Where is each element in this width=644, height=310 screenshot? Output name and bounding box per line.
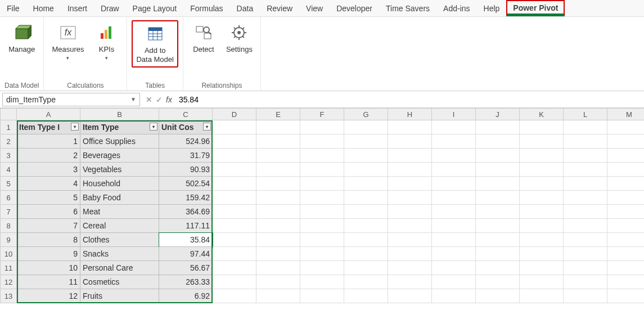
name-box[interactable]: dim_ItemType ▼ [2,93,140,106]
cell-K12[interactable] [520,275,564,289]
cell-M9[interactable] [607,233,644,247]
cell-L8[interactable] [564,219,607,233]
cell-J2[interactable] [476,134,520,149]
cell-D1[interactable] [213,120,256,134]
cell-I10[interactable] [432,247,476,261]
cell-C12[interactable]: 263.33 [159,275,213,289]
filter-dropdown-icon[interactable]: ▾ [203,123,211,131]
column-header-D[interactable]: D [213,108,256,120]
cell-K3[interactable] [520,149,564,163]
cell-K9[interactable] [520,233,564,247]
column-header-M[interactable]: M [607,108,644,120]
cell-G12[interactable] [344,275,388,289]
cell-D9[interactable] [213,233,256,247]
formula-input[interactable] [175,93,644,106]
column-header-L[interactable]: L [564,108,607,120]
row-header-10[interactable]: 10 [0,247,17,261]
cell-B10[interactable]: Snacks [80,247,159,261]
cell-A7[interactable]: 6 [17,205,80,219]
cell-G1[interactable] [344,120,388,134]
cell-H13[interactable] [388,289,432,303]
menu-help[interactable]: Help [477,0,507,16]
cell-J13[interactable] [476,289,520,303]
cell-K6[interactable] [520,191,564,205]
cell-G3[interactable] [344,149,388,163]
chevron-down-icon[interactable]: ▼ [130,96,136,102]
row-header-6[interactable]: 6 [0,191,17,205]
cell-I12[interactable] [432,275,476,289]
cell-A9[interactable]: 8 [17,233,80,247]
cell-C2[interactable]: 524.96 [159,134,213,149]
cell-A3[interactable]: 2 [17,149,80,163]
cell-L1[interactable] [564,120,607,134]
cell-J3[interactable] [476,149,520,163]
cell-A6[interactable]: 5 [17,191,80,205]
cell-B4[interactable]: Vegetables [80,163,159,177]
cell-C10[interactable]: 97.44 [159,247,213,261]
cell-A13[interactable]: 12 [17,289,80,303]
cell-E9[interactable] [256,233,300,247]
cell-G2[interactable] [344,134,388,149]
cell-J4[interactable] [476,163,520,177]
cell-A2[interactable]: 1 [17,134,80,149]
cell-G6[interactable] [344,191,388,205]
cell-M12[interactable] [607,275,644,289]
cancel-icon[interactable]: ✕ [146,95,152,104]
cell-L13[interactable] [564,289,607,303]
cell-E11[interactable] [256,261,300,275]
cell-H8[interactable] [388,219,432,233]
detect-button[interactable]: Detect [188,20,219,56]
cell-H10[interactable] [388,247,432,261]
row-header-4[interactable]: 4 [0,163,17,177]
cell-D11[interactable] [213,261,256,275]
menu-view[interactable]: View [299,0,330,16]
cell-H9[interactable] [388,233,432,247]
cell-C6[interactable]: 159.42 [159,191,213,205]
cell-E5[interactable] [256,177,300,191]
cell-H2[interactable] [388,134,432,149]
cell-A5[interactable]: 4 [17,177,80,191]
cell-E13[interactable] [256,289,300,303]
cell-I7[interactable] [432,205,476,219]
cell-I6[interactable] [432,191,476,205]
cell-A12[interactable]: 11 [17,275,80,289]
cell-E1[interactable] [256,120,300,134]
cell-M11[interactable] [607,261,644,275]
cell-I4[interactable] [432,163,476,177]
column-header-F[interactable]: F [300,108,344,120]
cell-C1[interactable]: Unit Cos▾ [159,120,213,134]
column-header-A[interactable]: A [17,108,80,120]
cell-B3[interactable]: Beverages [80,149,159,163]
cell-F10[interactable] [300,247,344,261]
cell-A8[interactable]: 7 [17,219,80,233]
select-all-corner[interactable] [0,108,17,120]
menu-review[interactable]: Review [260,0,299,16]
row-header-3[interactable]: 3 [0,149,17,163]
cell-J6[interactable] [476,191,520,205]
cell-G9[interactable] [344,233,388,247]
cell-H5[interactable] [388,177,432,191]
cell-D8[interactable] [213,219,256,233]
accept-icon[interactable]: ✓ [156,95,163,104]
cell-L7[interactable] [564,205,607,219]
cell-C4[interactable]: 90.93 [159,163,213,177]
cell-F13[interactable] [300,289,344,303]
cell-E12[interactable] [256,275,300,289]
fx-icon[interactable]: fx [166,95,172,104]
cell-F3[interactable] [300,149,344,163]
cell-K13[interactable] [520,289,564,303]
cell-C5[interactable]: 502.54 [159,177,213,191]
menu-power-pivot[interactable]: Power Pivot [506,0,565,16]
cell-J1[interactable] [476,120,520,134]
cell-K7[interactable] [520,205,564,219]
cell-D2[interactable] [213,134,256,149]
cell-E6[interactable] [256,191,300,205]
cell-M6[interactable] [607,191,644,205]
cell-H4[interactable] [388,163,432,177]
cell-J10[interactable] [476,247,520,261]
column-header-G[interactable]: G [344,108,388,120]
cell-K4[interactable] [520,163,564,177]
filter-dropdown-icon[interactable]: ▾ [71,123,79,131]
cell-B9[interactable]: Clothes [80,233,159,247]
column-header-B[interactable]: B [80,108,159,120]
